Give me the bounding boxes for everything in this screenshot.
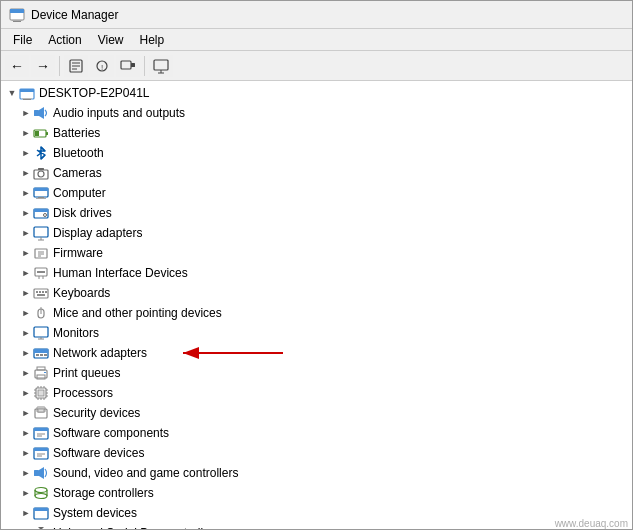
cameras-icon bbox=[33, 165, 49, 181]
tree-item-keyboards[interactable]: ► Keyboards bbox=[3, 283, 630, 303]
usb-expander[interactable]: ► bbox=[19, 526, 33, 530]
firmware-expander[interactable]: ► bbox=[19, 246, 33, 260]
svg-rect-16 bbox=[20, 89, 34, 92]
tree-item-mice[interactable]: ► Mice and other pointing devices bbox=[3, 303, 630, 323]
tree-item-audio[interactable]: ► Audio inputs and outputs bbox=[3, 103, 630, 123]
tree-item-computer[interactable]: ► Computer bbox=[3, 183, 630, 203]
monitors-label: Monitors bbox=[53, 326, 99, 340]
keyboards-expander[interactable]: ► bbox=[19, 286, 33, 300]
batteries-icon bbox=[33, 125, 49, 141]
network-icon bbox=[33, 345, 49, 361]
batteries-label: Batteries bbox=[53, 126, 100, 140]
network-expander[interactable]: ► bbox=[19, 346, 33, 360]
svg-point-29 bbox=[38, 171, 44, 177]
tree-item-security[interactable]: ► Security devices bbox=[3, 403, 630, 423]
audio-icon bbox=[33, 105, 49, 121]
tree-item-software-dev[interactable]: ► Software devices bbox=[3, 443, 630, 463]
hid-icon bbox=[33, 265, 49, 281]
menu-help[interactable]: Help bbox=[132, 31, 173, 49]
tree-item-cameras[interactable]: ► Cameras bbox=[3, 163, 630, 183]
print-expander[interactable]: ► bbox=[19, 366, 33, 380]
svg-rect-64 bbox=[40, 354, 43, 356]
usb-icon bbox=[33, 525, 49, 530]
svg-rect-19 bbox=[34, 110, 39, 116]
tree-item-sound[interactable]: ► Sound, video and game controllers bbox=[3, 463, 630, 483]
tree-item-display[interactable]: ► Display adapters bbox=[3, 223, 630, 243]
update-button[interactable]: ! bbox=[90, 55, 114, 77]
print-label: Print queues bbox=[53, 366, 120, 380]
display-icon bbox=[33, 225, 49, 241]
svg-rect-11 bbox=[131, 63, 135, 67]
tree-item-software-comp[interactable]: ► Software components bbox=[3, 423, 630, 443]
menu-view[interactable]: View bbox=[90, 31, 132, 49]
back-button[interactable]: ← bbox=[5, 55, 29, 77]
sound-expander[interactable]: ► bbox=[19, 466, 33, 480]
root-expander[interactable]: ▼ bbox=[5, 86, 19, 100]
tree-item-processors[interactable]: ► Proces bbox=[3, 383, 630, 403]
scan-button[interactable] bbox=[116, 55, 140, 77]
tree-item-usb[interactable]: ► Universal Serial Bus controllers bbox=[3, 523, 630, 530]
menu-file[interactable]: File bbox=[5, 31, 40, 49]
tree-item-monitors[interactable]: ► Monitors bbox=[3, 323, 630, 343]
system-expander[interactable]: ► bbox=[19, 506, 33, 520]
svg-rect-53 bbox=[45, 291, 47, 293]
security-label: Security devices bbox=[53, 406, 140, 420]
security-icon bbox=[33, 405, 49, 421]
tree-item-system[interactable]: ► System devices bbox=[3, 503, 630, 523]
tree-item-storage[interactable]: ► Storage controllers bbox=[3, 483, 630, 503]
mice-expander[interactable]: ► bbox=[19, 306, 33, 320]
svg-rect-3 bbox=[12, 20, 22, 21]
toolbar-separator-1 bbox=[59, 56, 60, 76]
forward-button[interactable]: → bbox=[31, 55, 55, 77]
monitor-button[interactable] bbox=[149, 55, 173, 77]
svg-rect-90 bbox=[34, 428, 48, 431]
tree-item-disk[interactable]: ► Disk drives bbox=[3, 203, 630, 223]
tree-root[interactable]: ▼ DESKTOP-E2P041L bbox=[3, 83, 630, 103]
tree-item-firmware[interactable]: ► Firmware bbox=[3, 243, 630, 263]
hid-expander[interactable]: ► bbox=[19, 266, 33, 280]
svg-marker-98 bbox=[39, 467, 44, 479]
tree-item-bluetooth[interactable]: ► Bluetooth bbox=[3, 143, 630, 163]
tree-item-batteries[interactable]: ► Batteries bbox=[3, 123, 630, 143]
menu-action[interactable]: Action bbox=[40, 31, 89, 49]
svg-rect-32 bbox=[34, 188, 48, 191]
software-dev-expander[interactable]: ► bbox=[19, 446, 33, 460]
monitors-expander[interactable]: ► bbox=[19, 326, 33, 340]
properties-button[interactable] bbox=[64, 55, 88, 77]
svg-rect-2 bbox=[13, 21, 21, 22]
firmware-label: Firmware bbox=[53, 246, 103, 260]
security-expander[interactable]: ► bbox=[19, 406, 33, 420]
software-comp-expander[interactable]: ► bbox=[19, 426, 33, 440]
storage-expander[interactable]: ► bbox=[19, 486, 33, 500]
tree-item-network[interactable]: ► Network adapters bbox=[3, 343, 630, 363]
software-dev-label: Software devices bbox=[53, 446, 144, 460]
root-icon bbox=[19, 85, 35, 101]
svg-rect-65 bbox=[44, 354, 47, 356]
software-dev-icon bbox=[33, 445, 49, 461]
display-expander[interactable]: ► bbox=[19, 226, 33, 240]
svg-text:!: ! bbox=[101, 63, 103, 72]
disk-expander[interactable]: ► bbox=[19, 206, 33, 220]
software-comp-label: Software components bbox=[53, 426, 169, 440]
tree-panel[interactable]: ▼ DESKTOP-E2P041L ► Audio bbox=[1, 81, 632, 530]
svg-rect-63 bbox=[36, 354, 39, 356]
batteries-expander[interactable]: ► bbox=[19, 126, 33, 140]
toolbar: ← → ! bbox=[1, 51, 632, 81]
cameras-expander[interactable]: ► bbox=[19, 166, 33, 180]
audio-label: Audio inputs and outputs bbox=[53, 106, 185, 120]
svg-rect-97 bbox=[34, 470, 39, 476]
svg-rect-46 bbox=[37, 271, 45, 273]
svg-rect-73 bbox=[38, 390, 44, 396]
root-label: DESKTOP-E2P041L bbox=[39, 86, 150, 100]
menu-bar: File Action View Help bbox=[1, 29, 632, 51]
svg-rect-104 bbox=[34, 508, 48, 511]
tree-item-print[interactable]: ► Print queues bbox=[3, 363, 630, 383]
network-label: Network adapters bbox=[53, 346, 147, 360]
bluetooth-expander[interactable]: ► bbox=[19, 146, 33, 160]
audio-expander[interactable]: ► bbox=[19, 106, 33, 120]
processors-expander[interactable]: ► bbox=[19, 386, 33, 400]
hid-label: Human Interface Devices bbox=[53, 266, 188, 280]
computer-expander[interactable]: ► bbox=[19, 186, 33, 200]
app-icon bbox=[9, 7, 25, 23]
tree-item-hid[interactable]: ► Human Interface Devices bbox=[3, 263, 630, 283]
